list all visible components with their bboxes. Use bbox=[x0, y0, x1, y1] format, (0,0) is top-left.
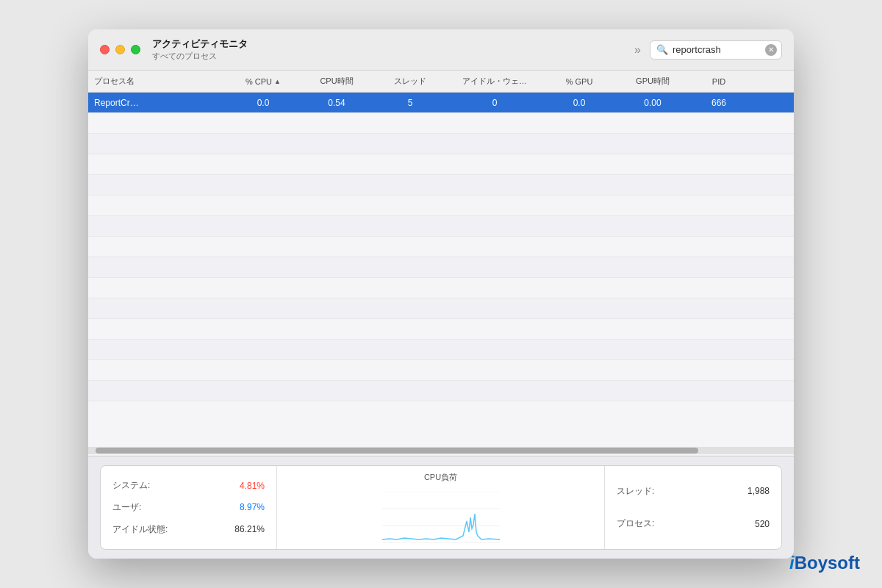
search-input[interactable] bbox=[673, 44, 761, 55]
table-row[interactable] bbox=[88, 298, 794, 319]
horizontal-scrollbar[interactable] bbox=[88, 447, 794, 454]
stat-row-system: システム: 4.81% bbox=[112, 479, 265, 492]
cell-cputime: 0.54 bbox=[300, 98, 373, 108]
table-row[interactable] bbox=[88, 381, 794, 401]
table-row[interactable]: ReportCr… 0.0 0.54 5 0 0.0 0.00 666 bbox=[88, 93, 794, 113]
window-subtitle: すべてのプロセス bbox=[152, 51, 248, 62]
col-header-pid[interactable]: PID bbox=[689, 77, 748, 86]
chart-area bbox=[283, 486, 598, 543]
iboysoft-i: i bbox=[789, 553, 795, 573]
sort-arrow-icon: ▲ bbox=[274, 78, 281, 85]
column-headers: プロセス名 % CPU ▲ CPU時間 スレッド アイドル・ウェ… % GPU … bbox=[88, 71, 794, 93]
window-title: アクティビティモニタ bbox=[152, 37, 248, 51]
cell-idle: 0 bbox=[447, 98, 542, 108]
cpu-load-chart bbox=[382, 492, 500, 543]
threads-label: スレッド: bbox=[617, 485, 654, 498]
cell-pid: 666 bbox=[689, 98, 748, 108]
col-header-gpu[interactable]: % GPU bbox=[542, 77, 616, 86]
stat-row-threads: スレッド: 1,988 bbox=[617, 485, 770, 498]
cell-gputime: 0.00 bbox=[616, 98, 689, 108]
system-label: システム: bbox=[112, 479, 150, 492]
col-header-idle[interactable]: アイドル・ウェ… bbox=[447, 76, 542, 87]
system-value: 4.81% bbox=[240, 481, 265, 491]
col-header-process[interactable]: プロセス名 bbox=[94, 76, 226, 87]
user-label: ユーザ: bbox=[112, 501, 141, 514]
col-header-threads[interactable]: スレッド bbox=[373, 76, 447, 87]
threads-value: 1,988 bbox=[747, 486, 770, 496]
stat-row-processes: プロセス: 520 bbox=[617, 517, 770, 530]
minimize-button[interactable] bbox=[115, 45, 125, 54]
traffic-lights bbox=[100, 45, 140, 54]
process-table[interactable]: ReportCr… 0.0 0.54 5 0 0.0 0.00 666 bbox=[88, 93, 794, 445]
cpu-chart: CPU負荷 bbox=[277, 466, 605, 549]
table-row[interactable] bbox=[88, 154, 794, 175]
search-clear-button[interactable]: ✕ bbox=[765, 44, 777, 56]
table-row[interactable] bbox=[88, 134, 794, 154]
col-header-cpu[interactable]: % CPU ▲ bbox=[226, 77, 300, 86]
stat-row-user: ユーザ: 8.97% bbox=[112, 501, 265, 514]
table-row[interactable] bbox=[88, 113, 794, 134]
table-row[interactable] bbox=[88, 360, 794, 381]
fullscreen-button[interactable] bbox=[131, 45, 140, 54]
chart-title: CPU負荷 bbox=[424, 472, 457, 483]
user-value: 8.97% bbox=[240, 502, 265, 512]
scrollbar-thumb[interactable] bbox=[96, 448, 698, 453]
table-row[interactable] bbox=[88, 319, 794, 340]
table-row[interactable] bbox=[88, 237, 794, 257]
table-row[interactable] bbox=[88, 278, 794, 298]
cpu-stats-left: システム: 4.81% ユーザ: 8.97% アイドル状態: 86.21% bbox=[101, 466, 277, 549]
cell-gpu: 0.0 bbox=[542, 98, 616, 108]
search-bar: 🔍 ✕ bbox=[650, 40, 782, 60]
table-row[interactable] bbox=[88, 216, 794, 237]
cell-process: ReportCr… bbox=[94, 98, 226, 108]
titlebar: アクティビティモニタ すべてのプロセス » 🔍 ✕ bbox=[88, 29, 794, 71]
bottom-card: システム: 4.81% ユーザ: 8.97% アイドル状態: 86.21% CP… bbox=[100, 465, 782, 550]
cell-threads: 5 bbox=[373, 98, 447, 108]
table-row[interactable] bbox=[88, 196, 794, 216]
idle-value: 86.21% bbox=[234, 524, 265, 534]
iboysoft-text: Boysoft bbox=[795, 553, 860, 573]
processes-label: プロセス: bbox=[617, 517, 654, 530]
col-header-gputime[interactable]: GPU時間 bbox=[616, 76, 689, 87]
col-header-cputime[interactable]: CPU時間 bbox=[300, 76, 373, 87]
processes-value: 520 bbox=[755, 519, 770, 529]
cpu-stats-right: スレッド: 1,988 プロセス: 520 bbox=[605, 466, 781, 549]
iboysoft-logo: iBoysoft bbox=[789, 553, 860, 573]
search-icon: 🔍 bbox=[656, 44, 668, 55]
idle-label: アイドル状態: bbox=[112, 523, 168, 536]
title-area: アクティビティモニタ すべてのプロセス bbox=[152, 37, 248, 62]
expand-button[interactable]: » bbox=[634, 43, 641, 57]
cell-cpu: 0.0 bbox=[226, 98, 300, 108]
bottom-panel: システム: 4.81% ユーザ: 8.97% アイドル状態: 86.21% CP… bbox=[88, 456, 794, 559]
table-row[interactable] bbox=[88, 340, 794, 360]
stat-row-idle: アイドル状態: 86.21% bbox=[112, 523, 265, 536]
close-button[interactable] bbox=[100, 45, 110, 54]
table-row[interactable] bbox=[88, 175, 794, 196]
table-row[interactable] bbox=[88, 257, 794, 278]
